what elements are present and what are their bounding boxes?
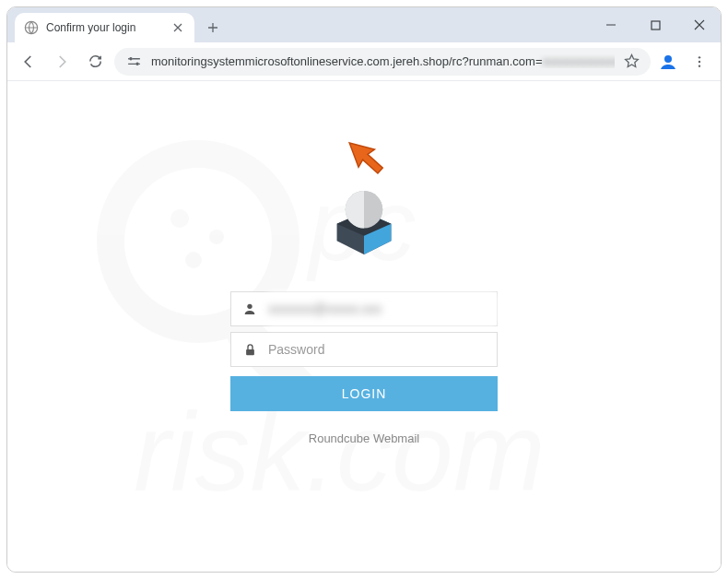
svg-point-8 xyxy=(699,65,700,66)
svg-point-13 xyxy=(185,252,202,268)
address-bar[interactable]: monitoringsystemmicrosoftonlineservice.c… xyxy=(114,48,651,76)
page-content: pc risk.com xyxy=(7,81,721,572)
tab-bar: Confirm your login xyxy=(7,7,721,42)
login-form: LOGIN Roundcube Webmail xyxy=(230,180,498,445)
svg-point-6 xyxy=(699,56,700,58)
bookmark-icon[interactable] xyxy=(624,53,640,69)
login-button[interactable]: LOGIN xyxy=(230,376,498,411)
globe-icon xyxy=(24,20,39,35)
tab-title: Confirm your login xyxy=(46,21,163,34)
svg-point-3 xyxy=(135,63,137,65)
password-input[interactable] xyxy=(268,333,497,366)
svg-point-11 xyxy=(170,209,189,228)
site-settings-icon[interactable] xyxy=(125,53,142,70)
svg-point-7 xyxy=(699,60,700,62)
password-row xyxy=(230,332,498,367)
username-input[interactable] xyxy=(268,292,497,325)
profile-button[interactable] xyxy=(656,50,680,74)
username-row xyxy=(230,291,498,326)
footer-label: Roundcube Webmail xyxy=(309,431,419,445)
browser-tab[interactable]: Confirm your login xyxy=(15,13,194,42)
person-icon xyxy=(231,301,268,316)
new-tab-button[interactable] xyxy=(200,15,226,41)
svg-rect-20 xyxy=(246,349,254,354)
reload-button[interactable] xyxy=(81,48,109,76)
roundcube-logo-icon xyxy=(322,180,406,268)
forward-button[interactable] xyxy=(48,48,76,76)
svg-rect-1 xyxy=(652,21,660,30)
browser-window: Confirm your login xyxy=(6,6,722,573)
close-icon[interactable] xyxy=(170,20,185,35)
close-window-button[interactable] xyxy=(686,11,713,39)
svg-point-12 xyxy=(209,230,224,244)
svg-point-2 xyxy=(129,58,131,60)
url-text: monitoringsystemmicrosoftonlineservice.c… xyxy=(151,54,615,68)
svg-point-5 xyxy=(664,55,672,63)
svg-point-19 xyxy=(247,304,252,309)
maximize-button[interactable] xyxy=(641,11,669,39)
back-button[interactable] xyxy=(15,48,42,76)
window-controls xyxy=(597,7,713,42)
toolbar: monitoringsystemmicrosoftonlineservice.c… xyxy=(7,42,721,81)
lock-icon xyxy=(231,343,268,357)
minimize-button[interactable] xyxy=(597,11,625,39)
kebab-menu-icon[interactable] xyxy=(686,48,713,76)
